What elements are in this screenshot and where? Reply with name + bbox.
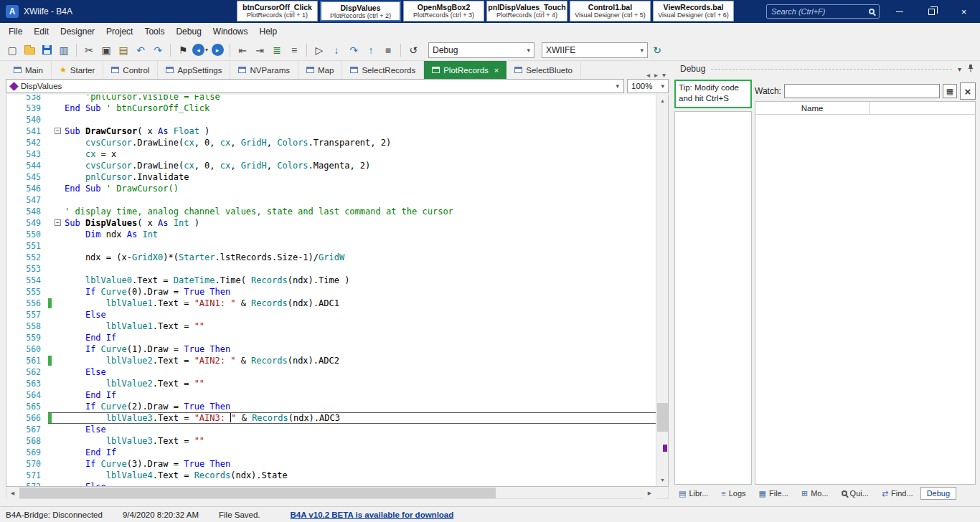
watch-columns-button[interactable]: ▦ [943,84,957,98]
code-line[interactable]: 541−Sub DrawCursor( x As Float ) [6,125,657,137]
step-over-icon[interactable]: ↷ [346,42,362,58]
refresh-icon[interactable]: ↻ [649,42,665,58]
doc-tab-nvparams[interactable]: NVParams [230,61,298,79]
menu-designer[interactable]: Designer [55,24,100,39]
scroll-up-icon[interactable]: ▲ [656,95,669,107]
indent-icon[interactable]: ⇥ [252,42,268,58]
scroll-right-icon[interactable]: ▶ [644,487,656,499]
code-line[interactable]: 554 lblValue0.Text = DateTime.Time( Reco… [6,275,657,286]
bookmark-tab[interactable]: Control1.balVisual Designer (ctrl + 5) [570,1,651,22]
code-line[interactable]: 544 cvsCursor.DrawLine(cx, 0, cx, GridH,… [6,160,657,171]
code-line[interactable]: 561 lblValue2.Text = "AIN2: " & Records(… [6,355,657,366]
panel-tab-mo[interactable]: ⊞Mo... [796,488,834,500]
watch-list[interactable]: Name [755,101,976,485]
menu-tools[interactable]: Tools [138,24,170,39]
update-link[interactable]: B4A v10.2 BETA is available for download [291,511,454,519]
outdent-icon[interactable]: ⇤ [235,42,250,58]
navigate-back-icon[interactable]: ◂▾ [192,42,208,58]
code-line[interactable]: 562 Else [6,366,657,378]
code-line[interactable]: 547 [6,194,657,206]
panel-tab-debug[interactable]: Debug [920,487,956,500]
step-into-icon[interactable]: ↓ [329,42,344,58]
save-icon[interactable] [39,42,55,58]
code-line[interactable]: 566 lblValue3.Text = "AIN3: " & Records(… [6,412,657,424]
doc-tab-starter[interactable]: ★Starter [52,61,103,79]
collapse-icon[interactable]: − [55,219,61,226]
bookmark-tab[interactable]: btnCursorOff_ClickPlotRecords (ctrl + 1) [237,1,318,22]
code-line[interactable]: 563 lblValue2.Text = "" [6,378,657,389]
bookmark-tab[interactable]: pnlDispValues_TouchPlotRecords (ctrl + 4… [486,1,567,22]
code-line[interactable]: 538 'pnlCursor.Visible = False [6,95,657,103]
code-line[interactable]: 564 End If [6,389,657,401]
doc-tab-main[interactable]: Main [6,61,52,79]
procedure-dropdown[interactable]: DispValues ▾ [6,79,624,93]
code-line[interactable]: 542 cvsCursor.DrawLine(cx, 0, cx, GridH,… [6,137,657,148]
navigate-forward-icon[interactable]: ▸ [209,42,225,58]
code-line[interactable]: 545 pnlCursor.Invalidate [6,171,657,183]
vertical-scrollbar[interactable]: ▲ ▼ [656,95,668,486]
code-line[interactable]: 539End Sub ' btnCursorOff_Click [6,103,657,114]
code-line[interactable]: 570 If Curve(3).Draw = True Then [6,458,657,470]
paste-icon[interactable]: ▤ [116,42,131,58]
code-line[interactable]: 551 [6,240,657,252]
code-line[interactable]: 572 Else [6,481,657,487]
copy-icon[interactable]: ▣ [98,42,114,58]
run-icon[interactable]: ▷ [311,42,327,58]
horizontal-scrollbar[interactable]: ◀ ▶ [6,487,669,499]
save-all-icon[interactable]: ▥ [56,42,72,58]
panel-tab-find[interactable]: ⇄Find... [876,488,919,500]
search-icon[interactable] [869,9,875,14]
code-line[interactable]: 553 [6,263,657,275]
code-line[interactable]: 571 lblValue4.Text = Records(ndx).State [6,470,657,481]
code-line[interactable]: 546End Sub ' DrawCursor() [6,183,657,194]
build-configuration-dropdown[interactable]: Debug ▾ [428,42,534,58]
menu-project[interactable]: Project [100,24,138,39]
code-line[interactable]: 568 lblValue3.Text = "" [6,435,657,447]
code-line[interactable]: 558 lblValue1.Text = "" [6,321,657,332]
code-line[interactable]: 549−Sub DispValues( x As Int ) [6,217,657,229]
search-box[interactable]: Search (Ctrl+F) [766,4,880,19]
code-area[interactable]: 538 'pnlCursor.Visible = False539End Sub… [6,95,669,487]
panel-tab-file[interactable]: ▦File... [753,488,794,500]
code-line[interactable]: 559 End If [6,332,657,343]
minimize-button[interactable] [883,0,915,23]
code-line[interactable]: 540 [6,114,657,125]
watch-input[interactable] [784,84,940,98]
code-line[interactable]: 556 lblValue1.Text = "AIN1: " & Records(… [6,298,657,309]
doc-tab-map[interactable]: Map [298,61,342,79]
bookmark-icon[interactable]: ⚑ [175,42,191,58]
scroll-down-icon[interactable]: ▼ [656,474,669,486]
bookmark-tab[interactable]: ViewRecords.balVisual Designer (ctrl + 6… [653,1,734,22]
cut-icon[interactable]: ✂ [81,42,97,58]
code-line[interactable]: 560 If Curve(1).Draw = True Then [6,343,657,355]
doc-tab-selectblueto[interactable]: SelectBlueto [507,61,581,79]
uncomment-icon[interactable]: ≡ [286,42,302,58]
menu-edit[interactable]: Edit [28,24,55,39]
horizontal-scroll-thumb[interactable] [19,488,496,498]
doc-tab-appsettings[interactable]: AppSettings [158,61,230,79]
open-project-icon[interactable] [22,42,37,58]
code-line[interactable]: 569 End If [6,447,657,458]
restore-button[interactable] [915,0,948,23]
stop-icon[interactable]: ■ [380,42,396,58]
panel-menu-dropdown-icon[interactable]: ▾ [958,65,961,73]
scroll-left-icon[interactable]: ◀ [6,487,19,499]
tab-scroll-right-icon[interactable]: ▸ [654,71,658,79]
code-line[interactable]: 552 ndx = (x-GridX0)*(Starter.lstRecords… [6,252,657,263]
menu-debug[interactable]: Debug [170,24,207,39]
watch-clear-button[interactable]: × [960,82,976,100]
doc-tab-selectrecords[interactable]: SelectRecords [342,61,424,79]
code-line[interactable]: 548' display time, analog channel values… [6,206,657,217]
undo-icon[interactable]: ↶ [133,42,149,58]
panel-tab-logs[interactable]: ≡Logs [715,488,751,499]
collapse-icon[interactable]: − [55,128,61,134]
code-line[interactable]: 543 cx = x [6,148,657,160]
vertical-scroll-thumb[interactable] [657,403,668,432]
pin-icon[interactable] [967,64,974,74]
code-line[interactable]: 550 Dim ndx As Int [6,229,657,240]
menu-file[interactable]: File [3,24,28,39]
step-out-icon[interactable]: ↑ [363,42,379,58]
code-line[interactable]: 557 Else [6,309,657,321]
zoom-dropdown[interactable]: 100% ▾ [627,79,669,93]
menu-windows[interactable]: Windows [207,24,254,39]
